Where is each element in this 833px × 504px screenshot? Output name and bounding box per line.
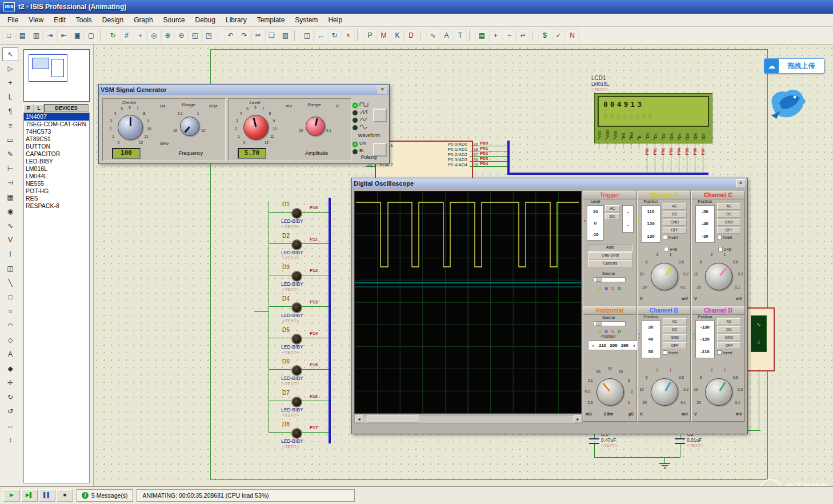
source-d-label[interactable]: D (618, 329, 620, 334)
centre-knob[interactable]: 0123456789101112 (107, 105, 152, 149)
block-delete-button[interactable]: × (342, 29, 355, 42)
trigger-one-shot-button[interactable]: One-Shot (588, 252, 632, 260)
undo-button[interactable]: ↶ (224, 29, 237, 42)
trigger-edge-selector[interactable]: ⌐¬ (622, 205, 634, 233)
invert-checkbox[interactable] (717, 235, 722, 239)
pick-parts-button[interactable]: P (363, 29, 377, 42)
block-copy-button[interactable]: ◫ (301, 29, 314, 42)
menu-system[interactable]: System (290, 14, 323, 26)
time-div-knob[interactable]: 0.50.20.1502010521 (584, 366, 635, 417)
trigger-ac-button[interactable]: AC (605, 205, 620, 212)
position-slider[interactable]: 110120130 (641, 205, 660, 243)
new-design-button[interactable]: □ (2, 29, 15, 42)
invert-checkbox[interactable] (663, 350, 667, 355)
channel-a-volts-div-knob-dial[interactable] (651, 263, 678, 290)
menu-template[interactable]: Template (252, 14, 290, 26)
channel-b-volts-div-knob[interactable]: 20105210.50.20.1 (639, 366, 689, 417)
scope-horizontal-scrollbar[interactable]: ◄ ► (354, 415, 583, 423)
channel-d-dc-button[interactable]: DC (717, 326, 741, 333)
packaging-tool-button[interactable]: K (391, 29, 404, 42)
source-b-label[interactable]: B (605, 329, 608, 334)
vsm-signal-generator-window[interactable]: VSM Signal Generator × Centre01234567891… (98, 84, 390, 164)
wire-autorouter-button[interactable]: ∿ (426, 29, 439, 42)
source-a-label[interactable]: A (598, 286, 601, 291)
tape-recorder-tool[interactable]: ◉ (2, 205, 18, 218)
trigger-cursors-button[interactable]: Cursors (588, 260, 632, 268)
channel-d-volts-div-knob[interactable]: 20105210.50.20.1 (693, 366, 743, 417)
message-counter[interactable]: i 5 Message(s) (77, 489, 133, 502)
center-at-cursor-button[interactable]: ◎ (147, 29, 161, 42)
voltage-probe-tool[interactable]: V (2, 233, 18, 247)
decompose-button[interactable]: D (405, 29, 418, 42)
horizontal-position-display[interactable]: ►210200190◄ (588, 341, 639, 350)
x-mirror-tool[interactable]: ↔ (2, 419, 18, 433)
channel-c-gnd-button[interactable]: GND (717, 219, 741, 226)
menu-edit[interactable]: Edit (49, 14, 71, 26)
level-knob[interactable]: 0123456789101112 (233, 105, 278, 149)
channel-c-off-button[interactable]: OFF (717, 227, 741, 234)
scrollbar-track[interactable] (363, 415, 574, 423)
channel-d-off-button[interactable]: OFF (717, 342, 741, 349)
export-section-button[interactable]: ⇤ (57, 29, 70, 42)
scroll-right-icon[interactable]: ► (574, 415, 582, 423)
2d-box-tool[interactable]: □ (2, 290, 18, 304)
range-knob-dial[interactable] (306, 117, 325, 136)
channel-c-volts-div-knob[interactable]: 20105210.50.20.1 (693, 251, 743, 301)
invert-checkbox[interactable] (717, 350, 722, 355)
device-item-button[interactable]: BUTTON (24, 143, 89, 150)
2d-path-tool[interactable]: ◇ (2, 333, 18, 347)
wire-label-tool[interactable]: L (2, 90, 18, 104)
channel-c-dc-button[interactable]: DC (717, 211, 741, 218)
menu-source[interactable]: Source (158, 14, 190, 26)
device-item-ne555[interactable]: NE555 (24, 180, 89, 187)
generator-tool[interactable]: ∿ (2, 219, 18, 233)
device-item-lm044l[interactable]: LM044L (24, 173, 89, 180)
position-left-arrow-icon[interactable]: ► (592, 344, 595, 347)
2d-marker-tool[interactable]: ✛ (2, 376, 18, 390)
rotate-clockwise-tool[interactable]: ↻ (2, 390, 18, 404)
electrical-check-button[interactable]: ✓ (552, 29, 565, 42)
level-knob-dial[interactable] (243, 115, 269, 140)
channel-a-ac-button[interactable]: AC (663, 203, 687, 210)
channel-b-off-button[interactable]: OFF (663, 342, 687, 349)
zoom-in-button[interactable]: ⊕ (161, 29, 174, 42)
source-slider-thumb[interactable] (595, 278, 602, 282)
channel-c-volts-div-knob-dial[interactable] (705, 263, 732, 290)
source-d-label[interactable]: D (618, 286, 620, 291)
device-item-1n4007[interactable]: 1N4007 (24, 113, 89, 121)
menu-file[interactable]: File (2, 14, 23, 26)
source-slider[interactable] (594, 321, 626, 326)
open-design-button[interactable]: ▤ (16, 29, 29, 42)
time-div-knob-dial[interactable] (596, 378, 624, 406)
goto-sheet-button[interactable]: ↵ (516, 29, 530, 42)
save-design-button[interactable]: ▥ (30, 29, 43, 42)
menu-help[interactable]: Help (323, 14, 347, 26)
channel-c-ac-button[interactable]: AC (717, 203, 741, 210)
trigger-dc-button[interactable]: DC (605, 213, 620, 220)
range-knob-dial[interactable] (180, 117, 199, 136)
device-item-led-biby[interactable]: LED-BIBY (24, 158, 89, 165)
source-a-label[interactable]: A (598, 329, 601, 334)
channel-a-dc-button[interactable]: DC (663, 211, 687, 218)
play-button[interactable]: ▶ (3, 489, 20, 502)
subcircuit-tool[interactable]: ▭ (2, 133, 18, 147)
position-slider[interactable]: 304050 (641, 321, 660, 358)
zoom-area-button[interactable]: ◳ (202, 29, 215, 42)
channel-b-ac-button[interactable]: AC (663, 318, 687, 325)
false-origin-button[interactable]: + (134, 29, 147, 42)
menu-tools[interactable]: Tools (71, 14, 97, 26)
bill-of-materials-button[interactable]: $ (538, 29, 551, 42)
stop-button[interactable]: ■ (57, 489, 73, 502)
channel-d-volts-div-knob-dial[interactable] (705, 378, 732, 406)
make-device-button[interactable]: M (377, 29, 390, 42)
trigger-auto-button[interactable]: Auto (588, 244, 632, 252)
channel-b-gnd-button[interactable]: GND (663, 334, 687, 341)
position-right-arrow-icon[interactable]: ◄ (632, 344, 635, 347)
position-slider[interactable]: -50-40-30 (695, 205, 715, 243)
range-knob[interactable]: 100.1 (297, 108, 333, 143)
device-item-capacitor[interactable]: CAPACITOR (24, 150, 89, 158)
drag-upload-button[interactable]: ☁ 拖拽上传 (764, 58, 824, 74)
invert-checkbox[interactable] (663, 235, 667, 239)
zoom-out-button[interactable]: ⊖ (175, 29, 188, 42)
y-mirror-tool[interactable]: ↕ (2, 433, 18, 447)
